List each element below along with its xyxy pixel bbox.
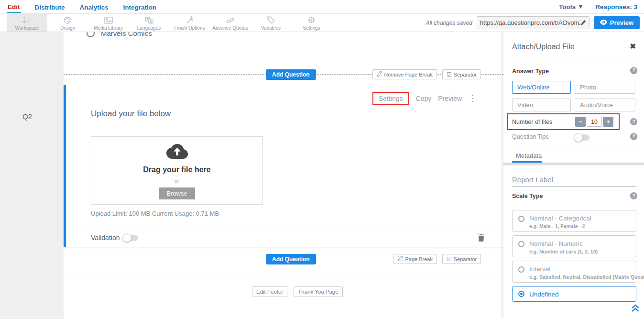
eye-icon: [600, 19, 607, 26]
separator-button-bottom[interactable]: ☑ Separator: [442, 254, 481, 264]
top-nav: Edit Distribute Analytics Integration To…: [0, 0, 644, 14]
file-dropzone[interactable]: Drag your file here or Browse: [91, 136, 263, 205]
toolbar-item-label: Advance Quotas: [213, 25, 248, 31]
add-question-button-bottom[interactable]: Add Question: [266, 254, 316, 264]
answer-type-photo[interactable]: Photo: [575, 81, 635, 94]
toolbar-item-finish-options[interactable]: Finish Options: [169, 14, 210, 32]
variables-icon: [267, 16, 275, 24]
toolbar-item-label: Media Library: [94, 25, 123, 31]
nav-tab-edit[interactable]: Edit: [7, 1, 21, 13]
languages-icon: [145, 16, 153, 24]
answer-option-row: Marvels Comics: [87, 32, 152, 37]
broken-link-icon: [377, 71, 382, 77]
drag-file-label: Drag your file here: [143, 165, 210, 174]
scale-type-interval[interactable]: Interval e.g. Satisfied, Neutral, Dissat…: [512, 261, 636, 283]
question-tips-help-icon[interactable]: ?: [630, 133, 637, 140]
kebab-menu-icon[interactable]: ⋮: [469, 95, 477, 102]
save-status: All changes saved: [426, 20, 472, 26]
number-of-files-help-icon[interactable]: ?: [630, 118, 637, 125]
scale-option-example: e.g. Male - 1, Female - 2: [529, 223, 585, 229]
tools-menu[interactable]: Tools ▼: [559, 3, 584, 11]
tab-divider-bar: [503, 163, 644, 165]
toolbar-item-languages[interactable]: Languages: [129, 14, 169, 32]
question-title[interactable]: Upload your file below: [91, 109, 483, 126]
radio-icon: [518, 266, 524, 273]
question-settings-button[interactable]: Settings: [372, 92, 409, 105]
increment-button[interactable]: +: [603, 117, 613, 127]
browse-button[interactable]: Browse: [159, 187, 195, 199]
cloud-upload-icon: [165, 143, 188, 161]
divider: [512, 59, 636, 59]
radio-selected-icon: [518, 291, 524, 297]
number-of-files-stepper: − +: [575, 117, 613, 127]
thank-you-page-button[interactable]: Thank You Page: [294, 286, 342, 297]
validation-toggle[interactable]: [124, 235, 138, 241]
collapse-double-chevron-up-icon[interactable]: [631, 303, 640, 315]
question-code-gutter: Q2: [0, 32, 64, 319]
delete-question-trash-icon[interactable]: [478, 234, 484, 243]
question-tips-toggle[interactable]: [575, 134, 589, 141]
answer-type-audio-voice[interactable]: Audio/Voice: [575, 99, 635, 111]
toolbar-item-design[interactable]: Design: [47, 14, 88, 32]
toolbar-item-label: Finish Options: [175, 25, 205, 31]
add-question-button-top[interactable]: Add Question: [266, 69, 316, 80]
survey-canvas: Marvels Comics Add Question Remove Page …: [64, 32, 503, 319]
scale-type-help-icon[interactable]: ?: [630, 192, 637, 199]
nav-tab-analytics[interactable]: Analytics: [79, 1, 109, 12]
survey-url-field[interactable]: [477, 16, 589, 29]
advance-quotas-icon: [226, 16, 234, 24]
toolbar-item-label: Languages: [137, 25, 161, 31]
page-break-button[interactable]: Page Break: [393, 254, 437, 264]
answer-option-label: Marvels Comics: [101, 32, 152, 37]
answer-type-video[interactable]: Video: [512, 99, 571, 111]
edit-footer-button[interactable]: Edit Footer: [252, 286, 287, 297]
question-tips-label: Question Tips: [512, 133, 548, 140]
or-label: or: [175, 178, 179, 184]
toggle-knob: [122, 233, 131, 242]
answer-type-help-icon[interactable]: ?: [630, 67, 637, 74]
scale-option-example: e.g. Satisfied, Neutral, Dissatisfied (M…: [529, 274, 644, 280]
toolbar-item-workspace[interactable]: Workspace: [7, 14, 47, 32]
scale-type-undefined[interactable]: Undefined: [512, 286, 636, 302]
question-copy-button[interactable]: Copy: [416, 95, 432, 102]
decrement-button[interactable]: −: [575, 117, 586, 127]
design-icon: [64, 16, 72, 24]
survey-url-input[interactable]: [480, 19, 580, 26]
question-preview-button[interactable]: Preview: [438, 95, 462, 102]
caret-down-icon: ▼: [578, 3, 584, 10]
number-of-files-input[interactable]: [587, 117, 602, 127]
validation-label: Validation: [91, 234, 120, 242]
radio-icon: [518, 241, 524, 247]
answer-type-web-online[interactable]: Web/Online: [512, 81, 571, 94]
close-icon[interactable]: ✖: [630, 42, 636, 51]
panel-title: Attach/Upload File: [512, 43, 575, 51]
scale-option-label: Interval: [529, 265, 550, 273]
workspace-icon: [22, 16, 32, 24]
tab-metadata[interactable]: Metadata: [516, 152, 542, 159]
radio-icon[interactable]: [87, 32, 95, 37]
nav-tab-integration[interactable]: Integration: [122, 1, 158, 12]
finish-options-icon: [186, 16, 194, 24]
answer-type-label: Answer Type: [512, 68, 549, 75]
preview-button[interactable]: Preview: [594, 16, 640, 29]
toolbar-item-variables[interactable]: Variables: [251, 14, 291, 32]
scale-type-nominal-categorical[interactable]: Nominal - Categorical e.g. Male - 1, Fem…: [512, 210, 636, 232]
toolbar-item-label: Settings: [303, 25, 320, 31]
separator-button-top[interactable]: ☑ Separator: [442, 69, 481, 79]
question-code: Q2: [22, 112, 32, 121]
toolbar-item-settings[interactable]: ⚙ Settings: [291, 14, 332, 32]
broken-link-icon: [398, 256, 403, 262]
toolbar-item-advance-quotas[interactable]: Advance Quotas: [210, 14, 251, 32]
radio-icon: [518, 216, 524, 222]
editor-toolbar: Workspace Design Media Library Languages…: [0, 14, 644, 32]
report-label-input[interactable]: [512, 175, 636, 187]
toolbar-item-media-library[interactable]: Media Library: [88, 14, 129, 32]
nav-tab-distribute[interactable]: Distribute: [34, 1, 66, 12]
question-block: Settings Copy Preview ⋮ Upload your file…: [64, 85, 503, 247]
responses-link[interactable]: Responses: 3: [595, 3, 637, 11]
edit-url-pencil-icon[interactable]: [580, 19, 586, 27]
scale-option-label: Nominal - Categorical: [529, 215, 591, 222]
number-of-files-label: Number of files: [512, 119, 552, 125]
remove-page-break-button[interactable]: Remove Page Break: [372, 69, 437, 79]
scale-type-nominal-numeric[interactable]: Nominal - Numeric e.g. Number of cars (1…: [512, 235, 636, 257]
